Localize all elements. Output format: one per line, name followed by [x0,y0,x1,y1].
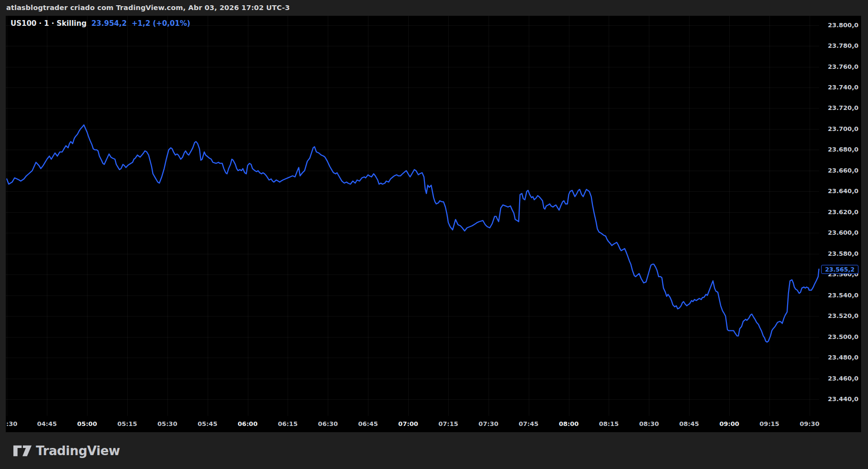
price-chart-plot[interactable] [6,16,862,432]
tradingview-wordmark: TradingView [36,444,120,458]
price-axis-label: 23.760,0 [828,63,858,71]
price-axis-label: 23.620,0 [828,208,858,216]
price-axis-label: 23.640,0 [828,187,858,195]
price-axis-label: 23.680,0 [828,146,858,153]
last-price-value: 23.565,2 [825,266,855,273]
legend-interval: 1 [44,19,49,28]
price-axis-label: 23.800,0 [828,22,858,29]
legend-last-price: 23.954,2 [91,19,127,28]
legend-symbol: US100 [11,19,36,28]
time-axis-label: :30 [6,420,17,428]
price-axis-label: 23.440,0 [828,395,858,403]
footer-bar: TradingView [0,432,868,469]
time-axis-label: 09:15 [759,420,779,428]
time-axis-label: 08:45 [679,420,699,428]
time-axis-label: 08:15 [599,420,619,428]
legend-separator: · [49,19,56,28]
time-axis-label: 05:30 [157,420,177,428]
price-axis-label: 23.540,0 [828,292,858,299]
last-price-label: 23.565,2 [821,265,858,274]
time-axis-label: 07:00 [398,420,418,428]
legend-separator: · [36,19,44,28]
chart-legend[interactable]: US100·1·Skilling23.954,2+1,2 (+0,01%) [11,18,190,29]
legend-provider: Skilling [56,19,87,28]
header-title: atlasblogtrader criado com TradingView.c… [6,0,290,16]
price-axis-label: 23.520,0 [828,312,858,320]
price-axis-label: 23.600,0 [828,229,858,237]
time-axis-label: 06:30 [318,420,338,428]
time-axis-label: 07:15 [438,420,458,428]
tradingview-logo[interactable]: TradingView [13,444,120,458]
time-axis-label: 08:30 [639,420,659,428]
price-axis-label: 23.700,0 [828,125,858,133]
price-line-series [7,125,819,342]
price-axis-label: 23.480,0 [828,354,858,361]
time-axis-label: 05:00 [77,420,97,428]
price-axis-label: 23.720,0 [828,104,858,112]
time-axis-label: 07:45 [519,420,538,428]
time-axis-label: 06:00 [238,420,257,428]
time-axis-label: 05:45 [198,420,217,428]
time-axis-label: 05:15 [117,420,137,428]
price-axis-label: 23.780,0 [828,42,858,50]
tradingview-logo-icon [13,444,32,458]
price-axis-label: 23.460,0 [828,375,858,382]
price-axis-label: 23.660,0 [828,167,858,175]
time-axis-label: 08:00 [559,420,579,428]
price-axis-label: 23.580,0 [828,250,858,258]
time-axis-label: 07:30 [479,420,498,428]
chart-panel: US100·1·Skilling23.954,2+1,2 (+0,01%) 23… [6,16,862,432]
time-axis-label: 06:15 [278,420,298,428]
time-axis-label: 04:45 [37,420,56,428]
legend-change: +1,2 (+0,01%) [132,19,190,28]
price-axis-label: 23.740,0 [828,84,858,91]
price-axis-label: 23.500,0 [828,333,858,341]
header-bar: atlasblogtrader criado com TradingView.c… [0,0,868,16]
time-axis-label: 06:45 [358,420,378,428]
time-axis-label: 09:00 [719,420,739,428]
time-axis-label: 09:30 [800,420,819,428]
